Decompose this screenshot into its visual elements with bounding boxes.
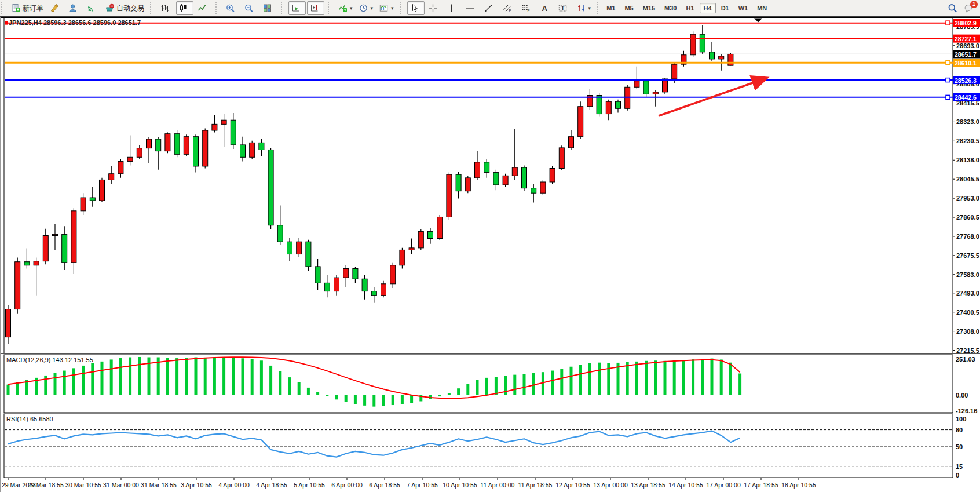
line-chart-button[interactable] xyxy=(195,1,212,15)
orange-level-line-price-label: 28610.1 xyxy=(955,60,977,67)
x-tick-label: 31 Mar 18:55 xyxy=(141,482,177,489)
chart-canvas[interactable]: 28785.528693.028600.528508.028415.528323… xyxy=(0,17,980,492)
macd-histogram-bar xyxy=(119,358,122,395)
autotrading-button[interactable]: 自动交易 xyxy=(103,1,147,15)
candle-body xyxy=(62,234,67,262)
chart-surface[interactable]: 28785.528693.028600.528508.028415.528323… xyxy=(0,17,980,492)
timeframe-button-m30[interactable]: M30 xyxy=(660,3,681,13)
macd-histogram-bar xyxy=(626,362,629,395)
channel-button[interactable]: E xyxy=(500,1,517,15)
fibonacci-button[interactable]: F xyxy=(518,1,536,15)
indicators-button[interactable]: ▾ xyxy=(335,1,355,15)
macd-histogram-bar xyxy=(251,359,254,395)
y-tick-label: 27768.0 xyxy=(956,233,979,240)
timeframe-button-m1[interactable]: M1 xyxy=(602,3,619,13)
arrows-button[interactable]: ▾ xyxy=(574,1,594,15)
tile-windows-button[interactable] xyxy=(260,1,277,15)
svg-text:A: A xyxy=(542,4,547,13)
y-tick-label: 27860.5 xyxy=(956,214,979,221)
new-order-button[interactable]: 新订单 xyxy=(9,1,46,15)
candle-body xyxy=(203,130,208,166)
metaeditor-button[interactable] xyxy=(47,1,64,15)
toolbar-group-scroll xyxy=(286,0,327,16)
macd-histogram-bar xyxy=(82,366,85,395)
bar-chart-button[interactable] xyxy=(158,1,175,15)
timeframe-button-m5[interactable]: M5 xyxy=(620,3,637,13)
zoom-in-button[interactable] xyxy=(223,1,240,15)
candle-body xyxy=(71,211,76,263)
new-order-button-label: 新订单 xyxy=(23,3,43,13)
chart-shift-button[interactable] xyxy=(307,1,324,15)
crosshair-icon xyxy=(428,3,438,13)
crayon-icon xyxy=(49,3,59,13)
rsi-pane[interactable] xyxy=(4,414,953,478)
candle-body xyxy=(418,231,423,247)
trendline-button[interactable] xyxy=(481,1,499,15)
macd-histogram-bar xyxy=(588,363,591,395)
macd-histogram-bar xyxy=(138,357,141,395)
chevron-down-icon[interactable]: ▾ xyxy=(371,5,374,11)
candle-body xyxy=(728,54,733,65)
y-tick-label: 28693.0 xyxy=(956,42,979,49)
resistance-line-1-handle[interactable] xyxy=(5,21,8,25)
candle-body xyxy=(268,150,273,225)
cursor-icon xyxy=(409,3,419,13)
candle-body xyxy=(371,291,376,296)
svg-text:F: F xyxy=(527,9,529,13)
template-icon xyxy=(379,3,389,13)
trendline-icon xyxy=(484,3,493,13)
candle-chart-button[interactable] xyxy=(176,1,193,15)
resistance-line-2-price-label: 28727.1 xyxy=(955,35,977,42)
candle-body xyxy=(710,52,715,59)
timeframe-button-w1[interactable]: W1 xyxy=(734,3,752,13)
chevron-down-icon[interactable]: ▾ xyxy=(588,5,591,11)
y-tick-label: 28138.0 xyxy=(956,156,979,163)
timeframe-button-h4[interactable]: H4 xyxy=(700,3,716,13)
rsi-axis-label: 80 xyxy=(956,427,963,433)
timeframe-button-h1[interactable]: H1 xyxy=(682,3,699,13)
vertical-line-button[interactable] xyxy=(444,1,462,15)
zoom-out-button[interactable] xyxy=(242,1,259,15)
macd-histogram-bar xyxy=(72,368,75,395)
timeframe-button-d1[interactable]: D1 xyxy=(717,3,733,13)
current-price-line-price-label: 28651.7 xyxy=(955,51,977,58)
auto-scroll-button[interactable] xyxy=(288,1,306,15)
templates-button[interactable]: ▾ xyxy=(376,1,396,15)
timeframe-button-m15[interactable]: M15 xyxy=(639,3,659,13)
orange-level-line-handle[interactable] xyxy=(946,61,950,65)
search-button[interactable] xyxy=(948,3,958,13)
macd-axis-label: -126.16 xyxy=(956,407,977,414)
candle-body xyxy=(690,34,696,55)
market-button[interactable] xyxy=(65,1,83,15)
toolbar-group-zoom xyxy=(221,0,280,16)
resistance-line-1-price-label: 28802.9 xyxy=(955,20,977,27)
chevron-down-icon[interactable]: ▾ xyxy=(350,5,353,11)
macd-histogram-bar xyxy=(448,393,451,395)
zoom-in-icon xyxy=(225,3,235,13)
support-line-2-handle[interactable] xyxy=(946,95,950,99)
horizontal-line-button[interactable] xyxy=(463,1,480,15)
x-tick-label: 6 Apr 00:00 xyxy=(331,482,363,489)
x-tick-label: 11 Apr 18:55 xyxy=(518,482,553,489)
crosshair-button[interactable] xyxy=(426,1,443,15)
label-button[interactable]: T xyxy=(555,1,573,15)
macd-histogram-bar xyxy=(495,377,498,395)
signals-button[interactable] xyxy=(84,1,101,15)
chat-button[interactable]: 1 xyxy=(964,3,974,13)
x-tick-label: 12 Apr 10:55 xyxy=(555,482,590,489)
candle-body xyxy=(456,174,461,191)
timeframe-button-mn[interactable]: MN xyxy=(753,3,771,13)
chevron-down-icon[interactable]: ▾ xyxy=(391,5,394,11)
main-pane[interactable] xyxy=(4,17,953,353)
support-line-1-handle[interactable] xyxy=(946,78,950,82)
periods-button[interactable]: ▾ xyxy=(356,1,376,15)
text-button[interactable]: A xyxy=(537,1,554,15)
x-tick-label: 3 Apr 10:55 xyxy=(181,482,212,489)
cursor-button[interactable] xyxy=(407,1,425,15)
macd-histogram-bar xyxy=(110,359,113,395)
candle-body xyxy=(409,248,414,250)
candle-body xyxy=(324,283,330,291)
candle-body xyxy=(15,262,20,309)
resistance-line-1-handle[interactable] xyxy=(946,21,950,25)
toolbar-group-objects: EFAT▾ xyxy=(405,0,596,16)
